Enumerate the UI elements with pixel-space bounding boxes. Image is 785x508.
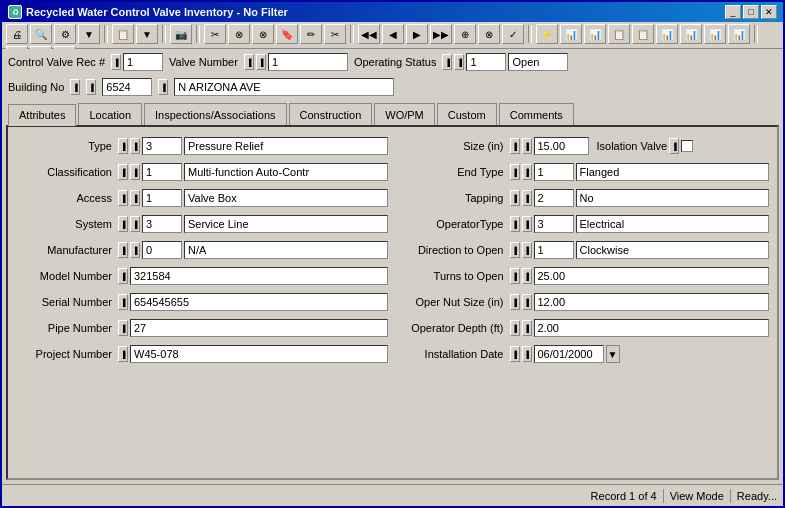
classification-value-input[interactable]: Multi-function Auto-Contr — [184, 163, 388, 181]
tapping-nav-btn[interactable]: ▐ — [510, 190, 520, 206]
next-record-button[interactable]: ▶ — [406, 24, 428, 44]
tab-construction[interactable]: Construction — [289, 103, 373, 125]
type-value-input[interactable]: Pressure Relief — [184, 137, 388, 155]
size-nav-btn[interactable]: ▐ — [510, 138, 520, 154]
building-nav-btn[interactable]: ▐ — [70, 79, 80, 95]
date-dropdown-button[interactable]: ▼ — [606, 345, 620, 363]
pipe-number-input[interactable]: 27 — [130, 319, 388, 337]
direction-num-input[interactable]: 1 — [534, 241, 574, 259]
tab-comments[interactable]: Comments — [499, 103, 574, 125]
end-type-nav-btn-2[interactable]: ▐ — [522, 164, 532, 180]
scissors-button[interactable]: ✂ — [324, 24, 346, 44]
end-type-nav-btn[interactable]: ▐ — [510, 164, 520, 180]
model-nav-btn[interactable]: ▐ — [118, 268, 128, 284]
delete-button-1[interactable]: ⊗ — [228, 24, 250, 44]
access-nav-btn[interactable]: ▐ — [118, 190, 128, 206]
tapping-nav-btn-2[interactable]: ▐ — [522, 190, 532, 206]
oper-nut-size-input[interactable]: 12.00 — [534, 293, 770, 311]
chart-button-5[interactable]: 📊 — [704, 24, 726, 44]
serial-number-input[interactable]: 654545655 — [130, 293, 388, 311]
project-number-input[interactable]: W45-078 — [130, 345, 388, 363]
installation-date-input[interactable]: 06/01/2000 — [534, 345, 604, 363]
filter-button[interactable]: 📋 — [112, 24, 134, 44]
manufacturer-num-input[interactable]: 0 — [142, 241, 182, 259]
operator-type-nav-btn-2[interactable]: ▐ — [522, 216, 532, 232]
isolation-checkbox[interactable] — [681, 140, 693, 152]
manufacturer-nav-btn[interactable]: ▐ — [118, 242, 128, 258]
classification-nav-btn-2[interactable]: ▐ — [130, 164, 140, 180]
chart-button-6[interactable]: 📊 — [728, 24, 750, 44]
add-button[interactable]: ⊕ — [454, 24, 476, 44]
op-status-nav-btn-2[interactable]: ▐ — [454, 54, 464, 70]
type-nav-btn[interactable]: ▐ — [118, 138, 128, 154]
first-record-button[interactable]: ◀◀ — [358, 24, 380, 44]
tab-custom[interactable]: Custom — [437, 103, 497, 125]
maximize-button[interactable]: □ — [743, 5, 759, 19]
tapping-value-input[interactable]: No — [576, 189, 770, 207]
operator-type-num-input[interactable]: 3 — [534, 215, 574, 233]
direction-value-input[interactable]: Clockwise — [576, 241, 770, 259]
bookmark-button[interactable]: 🔖 — [276, 24, 298, 44]
chart-button-2[interactable]: 📊 — [584, 24, 606, 44]
print-button[interactable]: 🖨 — [6, 24, 28, 44]
close-button[interactable]: ✕ — [761, 5, 777, 19]
access-nav-btn-2[interactable]: ▐ — [130, 190, 140, 206]
last-record-button[interactable]: ▶▶ — [430, 24, 452, 44]
report-button-1[interactable]: 📋 — [608, 24, 630, 44]
building-nav-btn-2[interactable]: ▐ — [86, 79, 96, 95]
ctrl-valve-nav-btn[interactable]: ▐ — [111, 54, 121, 70]
building-addr-nav-btn[interactable]: ▐ — [158, 79, 168, 95]
chart-button-1[interactable]: 📊 — [560, 24, 582, 44]
manufacturer-nav-btn-2[interactable]: ▐ — [130, 242, 140, 258]
operating-status-text-input[interactable]: Open — [508, 53, 568, 71]
serial-nav-btn[interactable]: ▐ — [118, 294, 128, 310]
system-nav-btn[interactable]: ▐ — [118, 216, 128, 232]
oper-nut-nav-btn[interactable]: ▐ — [510, 294, 520, 310]
turns-to-open-input[interactable]: 25.00 — [534, 267, 770, 285]
op-status-nav-btn-1[interactable]: ▐ — [442, 54, 452, 70]
camera-button[interactable]: 📷 — [170, 24, 192, 44]
turns-nav-btn-2[interactable]: ▐ — [522, 268, 532, 284]
operator-type-value-input[interactable]: Electrical — [576, 215, 770, 233]
valve-nav-btn-1[interactable]: ▐ — [244, 54, 254, 70]
chart-button-4[interactable]: 📊 — [680, 24, 702, 44]
search-button[interactable]: 🔍 — [30, 24, 52, 44]
access-value-input[interactable]: Valve Box — [184, 189, 388, 207]
model-number-input[interactable]: 321584 — [130, 267, 388, 285]
classification-num-input[interactable]: 1 — [142, 163, 182, 181]
tab-inspections[interactable]: Inspections/Associations — [144, 103, 286, 125]
tab-wopm[interactable]: WO/PM — [374, 103, 435, 125]
edit-button[interactable]: ✏ — [300, 24, 322, 44]
access-num-input[interactable]: 1 — [142, 189, 182, 207]
type-num-input[interactable]: 3 — [142, 137, 182, 155]
valve-nav-btn-2[interactable]: ▐ — [256, 54, 266, 70]
operator-depth-input[interactable]: 2.00 — [534, 319, 770, 337]
dropdown-button-1[interactable]: ▼ — [78, 24, 100, 44]
check-button[interactable]: ✓ — [502, 24, 524, 44]
valve-number-input[interactable]: 1 — [268, 53, 348, 71]
system-num-input[interactable]: 3 — [142, 215, 182, 233]
lightning-button[interactable]: ⚡ — [536, 24, 558, 44]
tab-attributes[interactable]: Attributes — [8, 104, 76, 126]
end-type-num-input[interactable]: 1 — [534, 163, 574, 181]
oper-nut-nav-btn-2[interactable]: ▐ — [522, 294, 532, 310]
config-button[interactable]: ⚙ — [54, 24, 76, 44]
delete-button-2[interactable]: ⊗ — [252, 24, 274, 44]
pipe-nav-btn[interactable]: ▐ — [118, 320, 128, 336]
inst-date-nav-btn-2[interactable]: ▐ — [522, 346, 532, 362]
isolation-nav-btn[interactable]: ▐ — [669, 138, 679, 154]
building-address-input[interactable]: N ARIZONA AVE — [174, 78, 394, 96]
operating-status-num-input[interactable]: 1 — [466, 53, 506, 71]
system-nav-btn-2[interactable]: ▐ — [130, 216, 140, 232]
direction-nav-btn-2[interactable]: ▐ — [522, 242, 532, 258]
classification-nav-btn[interactable]: ▐ — [118, 164, 128, 180]
minimize-button[interactable]: _ — [725, 5, 741, 19]
op-depth-nav-btn[interactable]: ▐ — [510, 320, 520, 336]
remove-button[interactable]: ⊗ — [478, 24, 500, 44]
operator-type-nav-btn[interactable]: ▐ — [510, 216, 520, 232]
chart-button-3[interactable]: 📊 — [656, 24, 678, 44]
project-nav-btn[interactable]: ▐ — [118, 346, 128, 362]
building-no-input[interactable]: 6524 — [102, 78, 152, 96]
tapping-num-input[interactable]: 2 — [534, 189, 574, 207]
prev-record-button[interactable]: ◀ — [382, 24, 404, 44]
